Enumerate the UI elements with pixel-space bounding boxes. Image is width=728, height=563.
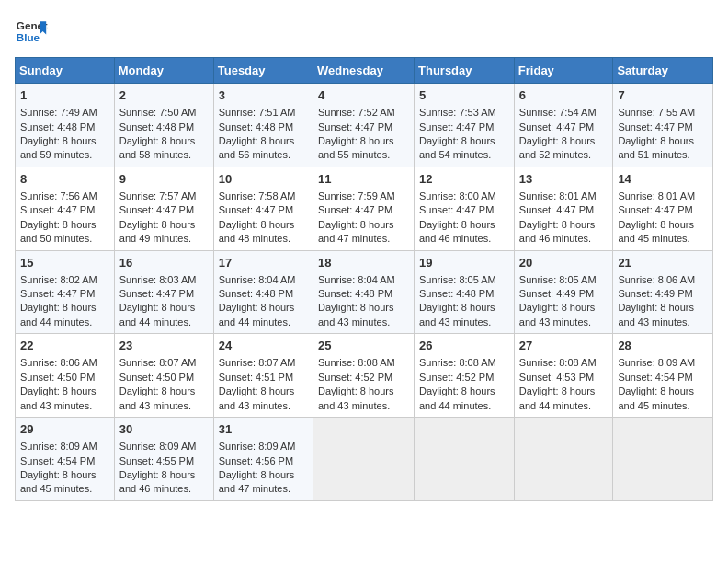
- calendar-cell: 2Sunrise: 7:50 AMSunset: 4:48 PMDaylight…: [114, 84, 213, 167]
- svg-text:Blue: Blue: [17, 31, 40, 43]
- daylight-text: Daylight: 8 hours and 47 minutes.: [219, 468, 308, 497]
- sunrise-text: Sunrise: 7:57 AM: [119, 190, 209, 203]
- calendar-cell: 30Sunrise: 8:09 AMSunset: 4:55 PMDayligh…: [114, 418, 213, 501]
- calendar-cell: 14Sunrise: 8:01 AMSunset: 4:47 PMDayligh…: [613, 167, 713, 250]
- calendar-cell: 1Sunrise: 7:49 AMSunset: 4:48 PMDaylight…: [16, 84, 115, 167]
- sunset-text: Sunset: 4:54 PM: [618, 371, 708, 385]
- day-number: 21: [618, 255, 708, 271]
- logo: General Blue: [15, 15, 48, 48]
- calendar-cell: [415, 418, 515, 501]
- header: General Blue: [15, 15, 713, 48]
- daylight-text: Daylight: 8 hours and 43 minutes.: [20, 385, 109, 413]
- sunrise-text: Sunrise: 8:09 AM: [20, 440, 109, 454]
- logo-icon: General Blue: [15, 15, 48, 48]
- sunset-text: Sunset: 4:49 PM: [618, 287, 708, 301]
- sunset-text: Sunset: 4:47 PM: [419, 121, 509, 134]
- calendar-cell: 13Sunrise: 8:01 AMSunset: 4:47 PMDayligh…: [514, 167, 613, 250]
- day-number: 14: [618, 171, 708, 188]
- svg-marker-2: [40, 21, 46, 34]
- day-number: 2: [119, 87, 209, 104]
- calendar-week-3: 15Sunrise: 8:02 AMSunset: 4:47 PMDayligh…: [16, 250, 713, 334]
- sunrise-text: Sunrise: 8:05 AM: [519, 273, 609, 287]
- sunset-text: Sunset: 4:53 PM: [519, 371, 609, 385]
- day-number: 11: [318, 171, 409, 188]
- sunrise-text: Sunrise: 8:02 AM: [20, 273, 109, 287]
- calendar-week-4: 22Sunrise: 8:06 AMSunset: 4:50 PMDayligh…: [16, 334, 713, 418]
- calendar-cell: 27Sunrise: 8:08 AMSunset: 4:53 PMDayligh…: [514, 334, 613, 418]
- sunset-text: Sunset: 4:48 PM: [219, 121, 308, 134]
- day-number: 29: [20, 421, 109, 438]
- calendar-cell: 12Sunrise: 8:00 AMSunset: 4:47 PMDayligh…: [415, 167, 515, 250]
- column-header-monday: Monday: [114, 58, 213, 84]
- sunset-text: Sunset: 4:47 PM: [618, 121, 708, 134]
- calendar-cell: 6Sunrise: 7:54 AMSunset: 4:47 PMDaylight…: [514, 84, 613, 167]
- sunset-text: Sunset: 4:50 PM: [20, 371, 109, 385]
- day-number: 22: [20, 338, 109, 354]
- sunrise-text: Sunrise: 8:09 AM: [219, 440, 308, 454]
- sunrise-text: Sunrise: 8:01 AM: [618, 190, 708, 203]
- sunset-text: Sunset: 4:51 PM: [219, 371, 308, 385]
- column-header-tuesday: Tuesday: [213, 58, 313, 84]
- calendar-week-2: 8Sunrise: 7:56 AMSunset: 4:47 PMDaylight…: [16, 167, 713, 250]
- calendar-cell: 16Sunrise: 8:03 AMSunset: 4:47 PMDayligh…: [114, 250, 213, 334]
- daylight-text: Daylight: 8 hours and 45 minutes.: [20, 468, 109, 497]
- daylight-text: Daylight: 8 hours and 44 minutes.: [519, 385, 609, 413]
- day-number: 12: [419, 171, 509, 188]
- day-number: 10: [219, 171, 308, 188]
- sunset-text: Sunset: 4:48 PM: [119, 121, 209, 134]
- day-number: 9: [119, 171, 209, 188]
- sunrise-text: Sunrise: 7:55 AM: [618, 106, 708, 120]
- sunrise-text: Sunrise: 8:03 AM: [119, 273, 209, 287]
- day-number: 3: [219, 87, 308, 104]
- daylight-text: Daylight: 8 hours and 43 minutes.: [419, 301, 509, 329]
- day-number: 13: [519, 171, 609, 188]
- daylight-text: Daylight: 8 hours and 45 minutes.: [618, 218, 708, 247]
- day-number: 8: [20, 171, 109, 188]
- sunset-text: Sunset: 4:47 PM: [219, 203, 308, 217]
- calendar-cell: 24Sunrise: 8:07 AMSunset: 4:51 PMDayligh…: [213, 334, 313, 418]
- sunset-text: Sunset: 4:47 PM: [20, 203, 109, 217]
- day-number: 17: [219, 255, 308, 271]
- calendar-week-1: 1Sunrise: 7:49 AMSunset: 4:48 PMDaylight…: [16, 84, 713, 167]
- column-header-saturday: Saturday: [613, 58, 713, 84]
- daylight-text: Daylight: 8 hours and 43 minutes.: [318, 301, 409, 329]
- day-number: 18: [318, 255, 409, 271]
- sunrise-text: Sunrise: 8:06 AM: [20, 356, 109, 370]
- day-number: 7: [618, 87, 708, 104]
- calendar-cell: 29Sunrise: 8:09 AMSunset: 4:54 PMDayligh…: [16, 418, 115, 501]
- sunrise-text: Sunrise: 8:06 AM: [618, 273, 708, 287]
- sunrise-text: Sunrise: 7:49 AM: [20, 106, 109, 120]
- calendar-cell: 3Sunrise: 7:51 AMSunset: 4:48 PMDaylight…: [213, 84, 313, 167]
- day-number: 30: [119, 421, 209, 438]
- day-number: 28: [618, 338, 708, 354]
- daylight-text: Daylight: 8 hours and 48 minutes.: [219, 218, 308, 247]
- sunrise-text: Sunrise: 8:08 AM: [318, 356, 409, 370]
- calendar-cell: 18Sunrise: 8:04 AMSunset: 4:48 PMDayligh…: [313, 250, 414, 334]
- daylight-text: Daylight: 8 hours and 47 minutes.: [318, 218, 409, 247]
- day-number: 25: [318, 338, 409, 354]
- column-header-friday: Friday: [514, 58, 613, 84]
- sunset-text: Sunset: 4:52 PM: [318, 371, 409, 385]
- sunrise-text: Sunrise: 8:04 AM: [318, 273, 409, 287]
- calendar-cell: 23Sunrise: 8:07 AMSunset: 4:50 PMDayligh…: [114, 334, 213, 418]
- sunrise-text: Sunrise: 7:56 AM: [20, 190, 109, 203]
- daylight-text: Daylight: 8 hours and 44 minutes.: [419, 385, 509, 413]
- sunset-text: Sunset: 4:56 PM: [219, 454, 308, 468]
- sunrise-text: Sunrise: 8:00 AM: [419, 190, 509, 203]
- daylight-text: Daylight: 8 hours and 46 minutes.: [519, 218, 609, 247]
- daylight-text: Daylight: 8 hours and 44 minutes.: [219, 301, 308, 329]
- calendar-cell: 22Sunrise: 8:06 AMSunset: 4:50 PMDayligh…: [16, 334, 115, 418]
- sunset-text: Sunset: 4:47 PM: [318, 121, 409, 134]
- daylight-text: Daylight: 8 hours and 46 minutes.: [419, 218, 509, 247]
- calendar-cell: 10Sunrise: 7:58 AMSunset: 4:47 PMDayligh…: [213, 167, 313, 250]
- day-number: 6: [519, 87, 609, 104]
- day-number: 1: [20, 87, 109, 104]
- sunset-text: Sunset: 4:47 PM: [618, 203, 708, 217]
- daylight-text: Daylight: 8 hours and 46 minutes.: [119, 468, 209, 497]
- daylight-text: Daylight: 8 hours and 55 minutes.: [318, 134, 409, 163]
- daylight-text: Daylight: 8 hours and 49 minutes.: [119, 218, 209, 247]
- calendar-cell: 17Sunrise: 8:04 AMSunset: 4:48 PMDayligh…: [213, 250, 313, 334]
- day-number: 4: [318, 87, 409, 104]
- sunset-text: Sunset: 4:48 PM: [318, 287, 409, 301]
- day-number: 31: [219, 421, 308, 438]
